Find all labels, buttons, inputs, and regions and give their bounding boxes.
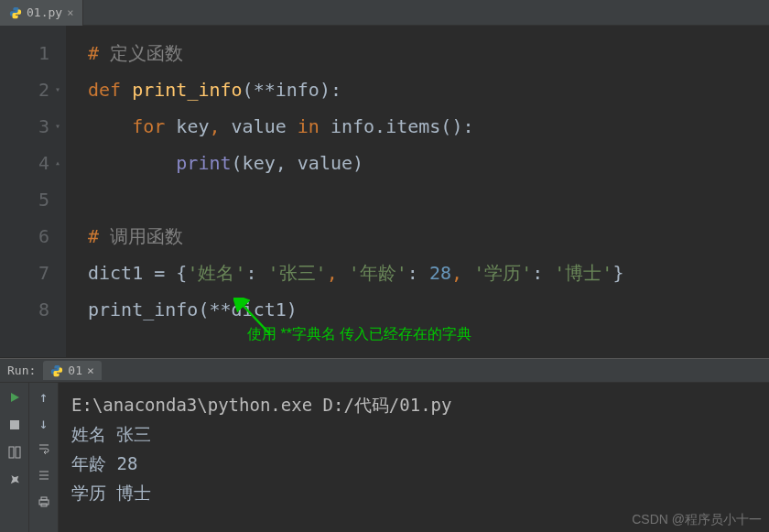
- watermark: CSDN @程序员小十一: [632, 512, 762, 528]
- code-token: {: [176, 262, 187, 284]
- code-string: '博士': [554, 262, 612, 284]
- code-token: ,: [209, 115, 231, 137]
- code-string: '张三': [268, 262, 327, 284]
- run-panel: Run: 01 × ↑ ↓ E:\anaconda3\python.exe D:…: [0, 358, 769, 532]
- svg-rect-5: [41, 497, 47, 500]
- line-number: 6: [0, 218, 49, 255]
- output-line: 姓名 张三: [71, 419, 756, 449]
- print-icon[interactable]: [38, 494, 50, 512]
- code-token: info.items():: [330, 115, 474, 137]
- run-panel-header: Run: 01 ×: [0, 359, 769, 383]
- code-string: '年龄': [349, 262, 407, 284]
- file-tab[interactable]: 01.py ×: [0, 0, 83, 26]
- output-line: 学历 博士: [71, 478, 756, 507]
- scroll-icon[interactable]: [38, 468, 50, 485]
- line-number: 8: [0, 291, 49, 328]
- code-string: '姓名': [187, 262, 245, 284]
- run-label: Run:: [7, 364, 36, 377]
- code-token: #: [88, 42, 110, 64]
- close-icon[interactable]: ×: [87, 364, 94, 377]
- close-icon[interactable]: ×: [67, 6, 73, 19]
- code-token: (**info):: [243, 79, 341, 101]
- line-number: 4: [0, 145, 49, 181]
- code-token: }: [612, 262, 623, 284]
- run-tab-name: 01: [68, 364, 82, 377]
- python-icon: [50, 364, 63, 377]
- fold-icon[interactable]: ▾: [51, 71, 64, 108]
- line-number: 7: [0, 255, 49, 291]
- run-toolbar-left: [0, 383, 29, 532]
- editor-tab-bar: 01.py ×: [0, 0, 769, 26]
- down-arrow-icon[interactable]: ↓: [39, 415, 49, 432]
- code-token: value: [232, 115, 298, 137]
- line-number: 5: [0, 181, 49, 218]
- line-number: 1: [0, 35, 49, 71]
- code-keyword: in: [298, 115, 330, 137]
- layout-button[interactable]: [5, 443, 24, 461]
- code-token: (**dict1): [198, 299, 297, 320]
- wrap-icon[interactable]: [38, 441, 50, 459]
- pin-button[interactable]: [5, 471, 24, 489]
- run-toolbar-nav: ↑ ↓: [29, 383, 59, 532]
- code-token: ,: [327, 262, 349, 284]
- code-token: ,: [451, 262, 473, 284]
- code-token: (key, value): [232, 152, 364, 174]
- output-command: E:\anaconda3\python.exe D:/代码/01.py: [71, 390, 756, 419]
- code-editor[interactable]: # 定义函数def print_info(**info): for key, v…: [66, 26, 769, 357]
- python-file-icon: [9, 6, 22, 19]
- fold-end-icon[interactable]: ▴: [51, 145, 64, 181]
- line-number: 3: [0, 108, 49, 145]
- tab-filename: 01.py: [27, 5, 62, 19]
- code-number: 28: [429, 262, 451, 284]
- rerun-button[interactable]: [5, 388, 24, 407]
- code-token: print_info: [88, 299, 198, 320]
- code-token: =: [154, 262, 176, 284]
- code-token: #: [88, 225, 110, 247]
- run-tab[interactable]: 01 ×: [43, 361, 101, 380]
- code-keyword: for: [132, 115, 176, 137]
- editor-area: 1 2 3 4 5 6 7 8 ▾ ▾ ▴ # 定义函数def print_in…: [0, 26, 769, 357]
- console-output[interactable]: E:\anaconda3\python.exe D:/代码/01.py 姓名 张…: [59, 383, 769, 532]
- code-comment: 调用函数: [110, 225, 183, 247]
- code-keyword: def: [88, 79, 132, 101]
- code-token: key: [176, 115, 209, 137]
- code-token: dict1: [88, 262, 154, 284]
- code-token: :: [245, 262, 267, 284]
- svg-rect-3: [16, 447, 20, 458]
- code-function: print_info: [132, 79, 242, 101]
- code-token: :: [532, 262, 554, 284]
- code-builtin: print: [176, 152, 231, 174]
- line-number-gutter: 1 2 3 4 5 6 7 8 ▾ ▾ ▴: [0, 26, 66, 357]
- stop-button[interactable]: [5, 416, 24, 434]
- svg-rect-1: [10, 420, 19, 429]
- code-token: :: [407, 262, 429, 284]
- line-number: 2: [0, 71, 49, 108]
- fold-icon[interactable]: ▾: [51, 108, 64, 145]
- code-string: '学历': [473, 262, 532, 284]
- svg-rect-2: [9, 447, 14, 458]
- output-line: 年龄 28: [71, 449, 756, 478]
- annotation-text: 使用 **字典名 传入已经存在的字典: [247, 325, 471, 344]
- up-arrow-icon[interactable]: ↑: [39, 388, 49, 406]
- code-comment: 定义函数: [110, 42, 183, 64]
